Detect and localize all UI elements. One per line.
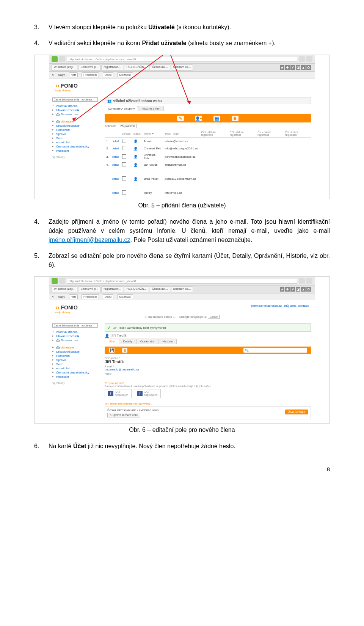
- addon-icon[interactable]: ◪: [296, 287, 300, 292]
- home-button[interactable]: [306, 278, 312, 284]
- logout-link[interactable]: odhlásit: [298, 304, 309, 308]
- sidebar-item[interactable]: Hlavní rozcestník: [52, 108, 98, 112]
- forward-button[interactable]: [59, 278, 65, 284]
- reload-button[interactable]: [299, 278, 305, 284]
- delete-icon[interactable]: 🗑: [122, 348, 127, 353]
- user-email-link[interactable]: pchmelar@lacrosse.cz: [251, 304, 282, 308]
- reload-button[interactable]: [299, 56, 305, 62]
- sidebar-attachments[interactable]: 📎 Přílohy: [52, 382, 98, 385]
- my-account-link[interactable]: můj účet: [284, 304, 296, 308]
- sidebar-item[interactable]: Činnostní charakteristiky: [52, 144, 98, 149]
- forward-button[interactable]: [59, 56, 65, 62]
- language-select[interactable]: Czech: [208, 315, 220, 319]
- find-input[interactable]: nett: [69, 294, 78, 299]
- find-next-button[interactable]: Další: [103, 72, 113, 77]
- tab-ucet[interactable]: Účet: [105, 339, 119, 344]
- col-email[interactable]: email - login: [163, 130, 199, 138]
- url-bar[interactable]: http://admin.fonio.cz/index.php?action=c…: [67, 279, 297, 284]
- social-facebook-2[interactable]: f účetnepropojen: [134, 389, 161, 398]
- save-icon[interactable]: 💾: [109, 348, 115, 353]
- live-page-badge[interactable]: Živá Stránka: [285, 409, 308, 414]
- sidebar-item-uzivatele[interactable]: 📇 Uživatelé: [52, 119, 98, 124]
- sidebar-item[interactable]: e-mail_list: [52, 366, 98, 370]
- sidebar-item[interactable]: Hlavní rozcestník: [52, 334, 98, 338]
- sidebar-item[interactable]: Činnostní charakteristiky: [52, 370, 98, 375]
- sidebar-item-seznam-osob[interactable]: 📇 Seznam osob: [52, 338, 98, 342]
- browser-tab[interactable]: registration...: [101, 286, 123, 292]
- browser-tab[interactable]: Česká lak...: [150, 286, 170, 292]
- row-checkbox[interactable]: [122, 162, 126, 166]
- close-icon[interactable]: ✕: [52, 295, 54, 298]
- find-next-button[interactable]: Další: [103, 294, 113, 299]
- sidebar-item[interactable]: Správci: [52, 358, 98, 362]
- col-status[interactable]: status: [132, 130, 142, 138]
- home-button[interactable]: [306, 56, 312, 62]
- browser-tab[interactable]: W Jistota (zaji...: [52, 64, 77, 71]
- social-facebook[interactable]: f účetnepropojen: [105, 389, 132, 398]
- row-checkbox[interactable]: [122, 154, 126, 158]
- sidebar-item[interactable]: Svaz: [52, 362, 98, 366]
- addon-icon[interactable]: ✚: [285, 65, 290, 70]
- browser-tab[interactable]: REZIDENČN...: [124, 64, 149, 71]
- delete-icon[interactable]: 🗑: [232, 116, 238, 121]
- sidebar-item[interactable]: Družstvo/soutěže: [52, 124, 98, 128]
- sidebar-item[interactable]: Hostování: [52, 128, 98, 132]
- tab-history[interactable]: Historie Změn: [138, 106, 164, 111]
- sidebar-item[interactable]: Hostování: [52, 354, 98, 358]
- sidebar-item-seznam-osob[interactable]: 📇 Seznam osob: [52, 112, 98, 116]
- addon-icon[interactable]: ★: [280, 287, 284, 292]
- sidebar-item[interactable]: Svaz: [52, 136, 98, 140]
- sidebar-item[interactable]: Družstvo/soutěže: [52, 350, 98, 354]
- col-reg4[interactable]: Čsi - konec registrace: [284, 130, 311, 138]
- sidebar-item[interactable]: vzorová stránka: [52, 104, 98, 108]
- search-input[interactable]: 🔍: [243, 348, 307, 353]
- table-row[interactable]: 3. detail 👤 Chmelař, Petr pchmelar@lacro…: [105, 152, 311, 161]
- project-select[interactable]: Česká lakrosová unie - evidence: [52, 97, 98, 102]
- action-icon[interactable]: 👥: [213, 116, 220, 121]
- row-checkbox[interactable]: [122, 176, 126, 180]
- email-value[interactable]: bezemailu@bezemailu.cz: [105, 368, 311, 371]
- browser-tab[interactable]: registration...: [101, 64, 123, 71]
- col-name[interactable]: jméno ▼: [142, 130, 163, 138]
- browser-tab[interactable]: Bankovní p...: [78, 286, 100, 292]
- addon-icon[interactable]: ¥: [290, 65, 295, 70]
- tab-opravneni[interactable]: Oprávnění: [136, 339, 158, 344]
- detail-link[interactable]: detail: [112, 147, 119, 150]
- col-mark[interactable]: označit: [121, 130, 132, 138]
- browser-tab[interactable]: Seznam os...: [171, 64, 193, 71]
- row-checkbox[interactable]: [122, 190, 126, 195]
- password-value[interactable]: [105, 375, 311, 378]
- detail-link[interactable]: detail: [112, 140, 119, 143]
- table-row[interactable]: 1. detail 👤 Admin admin@admin.cz: [105, 138, 311, 145]
- back-button[interactable]: [52, 278, 58, 284]
- back-button[interactable]: [52, 56, 58, 62]
- col-reg2[interactable]: ČBi - datum registrace: [228, 130, 256, 138]
- table-row[interactable]: detail dmitry info@fidjo.cz: [105, 189, 311, 196]
- sidebar-item[interactable]: Redakční: [52, 149, 98, 153]
- tab-users-groups[interactable]: Uživatelé A Skupiny: [105, 106, 138, 111]
- tab-historie[interactable]: Historie: [158, 339, 177, 344]
- table-row[interactable]: 4. detail 👤 Jan Voves email@email.cz: [105, 161, 311, 168]
- browser-tab[interactable]: Seznam os...: [171, 286, 193, 292]
- addon-icon[interactable]: ▲: [301, 287, 306, 292]
- url-bar[interactable]: http://admin.fonio.cz/index.php?action=c…: [67, 57, 297, 62]
- browser-tab[interactable]: REZIDENČN...: [124, 286, 149, 292]
- close-icon[interactable]: ✕: [52, 73, 54, 77]
- sidebar-item[interactable]: Správci: [52, 132, 98, 136]
- action-icon[interactable]: ✎: [177, 116, 184, 121]
- detail-link[interactable]: detail: [112, 177, 119, 180]
- example-email-link[interactable]: jméno.příjmení@bezemailu.cz: [49, 237, 130, 243]
- detail-link[interactable]: detail: [112, 155, 119, 158]
- project-select[interactable]: Česká lakrosová unie - evidence: [52, 323, 98, 328]
- row-checkbox[interactable]: [122, 146, 126, 150]
- sidebar-item[interactable]: e-mail_list: [52, 140, 98, 144]
- find-options-button[interactable]: Možnosti: [117, 294, 133, 299]
- browser-tab[interactable]: Bankovní p...: [78, 64, 100, 71]
- addon-icon[interactable]: ✿: [306, 287, 311, 292]
- addon-icon[interactable]: ◪: [296, 65, 300, 70]
- find-prev-button[interactable]: Předchozí: [82, 294, 99, 299]
- addon-icon[interactable]: ¥: [290, 287, 295, 292]
- find-prev-button[interactable]: Předchozí: [82, 72, 99, 77]
- detail-link[interactable]: detail: [112, 191, 119, 195]
- find-options-button[interactable]: Možnosti: [117, 72, 133, 77]
